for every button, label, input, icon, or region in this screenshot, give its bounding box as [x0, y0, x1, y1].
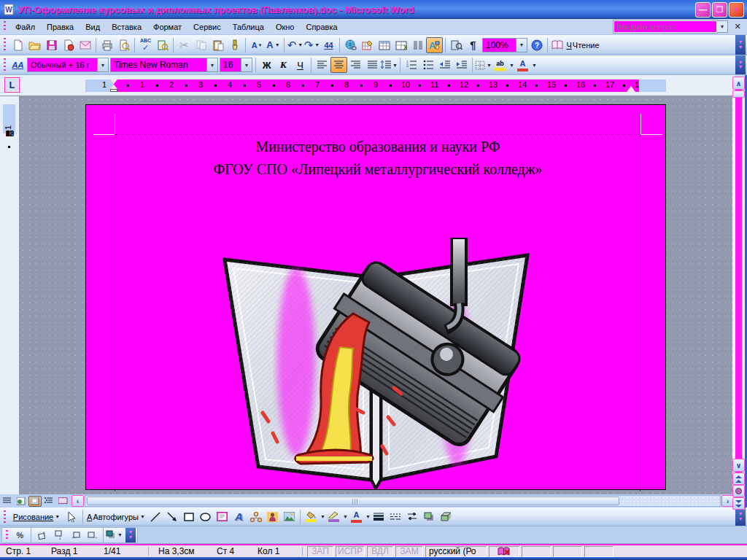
- bullet-list-button[interactable]: [419, 57, 436, 73]
- toolbar-options-button[interactable]: ▾▾: [735, 35, 746, 55]
- format-painter-button[interactable]: [226, 37, 243, 53]
- status-record-mode[interactable]: ЗАП: [307, 546, 333, 557]
- undo-button[interactable]: ↶▼: [287, 37, 303, 53]
- spelling-status-icon[interactable]: [489, 546, 519, 557]
- line-spacing-button[interactable]: ▼: [381, 57, 398, 73]
- select-objects-button[interactable]: [63, 509, 80, 525]
- align-left-button[interactable]: [314, 57, 330, 73]
- right-indent-marker[interactable]: [627, 86, 635, 92]
- open-button[interactable]: [26, 37, 43, 53]
- insert-excel-button[interactable]: X: [392, 37, 409, 53]
- scroll-up-button[interactable]: ∧: [732, 77, 745, 90]
- toolbar-grip[interactable]: [4, 21, 7, 32]
- highlight-dropdown-icon[interactable]: ▼: [509, 63, 514, 68]
- print-preview-button[interactable]: [115, 37, 132, 53]
- nudge-shadow-up-button[interactable]: ↑: [34, 527, 50, 543]
- hyperlink-button[interactable]: [342, 37, 359, 53]
- show-hide-pilcrow-button[interactable]: ¶: [465, 37, 481, 53]
- size-dropdown-icon[interactable]: ▼: [241, 58, 252, 71]
- toolbar-options-button[interactable]: ▾▾: [735, 508, 746, 526]
- reading-layout-view-button[interactable]: [56, 496, 69, 507]
- previous-page-button[interactable]: [732, 472, 745, 485]
- menu-item[interactable]: Файл: [9, 20, 41, 34]
- shadow-color-button[interactable]: ▼: [106, 527, 123, 543]
- diagram-button[interactable]: [247, 509, 264, 525]
- columns-button[interactable]: [409, 37, 426, 53]
- status-extend-selection[interactable]: ВДЛ: [367, 546, 393, 557]
- nudge-shadow-left-button[interactable]: ←: [67, 527, 84, 543]
- arrow-tool-button[interactable]: [163, 509, 180, 525]
- ink-annotations-button[interactable]: 44: [320, 37, 337, 53]
- help-button[interactable]: ?: [528, 37, 545, 53]
- text-box-button[interactable]: [214, 509, 231, 525]
- highlight-button[interactable]: ab: [492, 57, 508, 73]
- linecolor-dropdown-icon[interactable]: ▼: [343, 514, 348, 519]
- paste-button[interactable]: [209, 37, 226, 53]
- toolbar-grip[interactable]: [4, 58, 7, 71]
- tab-selector[interactable]: L: [4, 77, 20, 93]
- insert-table-button[interactable]: [376, 37, 392, 53]
- fontcolor2-dropdown-icon[interactable]: ▼: [365, 514, 371, 519]
- toolbar-grip[interactable]: [4, 510, 7, 524]
- toolbar-grip[interactable]: [4, 38, 7, 52]
- style-combo[interactable]: Обычный + 16 г ▼: [27, 58, 109, 72]
- status-overtype[interactable]: ЗАМ: [395, 546, 423, 557]
- zoom-combo[interactable]: 100% ▼: [482, 38, 527, 52]
- spelling-button[interactable]: ABC ✓: [137, 37, 154, 53]
- autoshapes-menu-button[interactable]: ААвтофигуры ▼: [85, 509, 147, 525]
- document-map-button[interactable]: [448, 37, 465, 53]
- cut-button[interactable]: ✂: [176, 37, 193, 53]
- size-combo[interactable]: 16 ▼: [220, 58, 252, 72]
- print-layout-view-button[interactable]: [28, 496, 42, 507]
- fontcolor-dropdown-icon[interactable]: ▼: [532, 63, 537, 68]
- font-color-button-2[interactable]: А: [348, 509, 365, 525]
- scroll-left-button[interactable]: ‹: [71, 495, 84, 507]
- borders-button[interactable]: ▼: [475, 57, 492, 73]
- menu-item[interactable]: Сервис: [187, 20, 227, 34]
- underline-button[interactable]: Ч: [292, 57, 309, 73]
- save-button[interactable]: [43, 37, 60, 53]
- vertical-ruler[interactable]: 1 12345678910111213: [0, 96, 19, 494]
- menu-item[interactable]: Окно: [270, 20, 301, 34]
- font-shrink-button[interactable]: А▼: [265, 37, 282, 53]
- nudge-shadow-right-button[interactable]: →: [84, 527, 101, 543]
- font-dropdown-icon[interactable]: ▼: [206, 58, 217, 71]
- dash-style-button[interactable]: [387, 509, 404, 525]
- font-grow-button[interactable]: А▾: [248, 37, 265, 53]
- fill-dropdown-icon[interactable]: ▼: [320, 514, 325, 519]
- vertical-scrollbar[interactable]: ∧ ∨: [732, 77, 745, 510]
- menu-item[interactable]: Формат: [147, 20, 187, 34]
- status-language[interactable]: русский (Ро: [425, 546, 487, 557]
- italic-button[interactable]: К: [275, 57, 292, 73]
- new-document-button[interactable]: [9, 37, 26, 53]
- email-button[interactable]: [77, 37, 93, 53]
- vertical-scroll-thumb[interactable]: [732, 90, 745, 98]
- menu-item[interactable]: Вставка: [106, 20, 147, 34]
- redo-button[interactable]: ↷▼: [303, 37, 320, 53]
- print-button[interactable]: [98, 37, 115, 53]
- toolbar-grip[interactable]: [6, 530, 9, 540]
- styles-pane-button[interactable]: АА: [9, 57, 26, 73]
- web-layout-view-button[interactable]: [15, 496, 28, 507]
- align-center-button[interactable]: [330, 57, 347, 73]
- ask-question-input[interactable]: [614, 20, 717, 33]
- horizontal-ruler[interactable]: 1 123456789101112131415161718: [85, 79, 666, 92]
- copy-button[interactable]: [193, 37, 209, 53]
- font-combo[interactable]: Times New Roman ▼: [110, 58, 218, 72]
- oval-tool-button[interactable]: [197, 509, 214, 525]
- zoom-dropdown-icon[interactable]: ▼: [516, 39, 527, 52]
- toolbar-options-button[interactable]: ▾▾: [125, 528, 136, 542]
- fill-color-button[interactable]: [303, 509, 320, 525]
- clip-art-button[interactable]: [264, 509, 281, 525]
- 3d-style-button[interactable]: [438, 509, 454, 525]
- menu-item[interactable]: Таблица: [227, 20, 270, 34]
- toolbar-close-icon[interactable]: ✕: [731, 22, 744, 31]
- numbered-list-button[interactable]: 12: [403, 57, 419, 73]
- college-logo-image[interactable]: [210, 238, 542, 489]
- bold-button[interactable]: Ж: [258, 57, 275, 73]
- menu-item[interactable]: Вид: [80, 20, 106, 34]
- justify-button[interactable]: [364, 57, 381, 73]
- increase-indent-button[interactable]: [453, 57, 470, 73]
- research-button[interactable]: [154, 37, 171, 53]
- rectangle-tool-button[interactable]: [180, 509, 197, 525]
